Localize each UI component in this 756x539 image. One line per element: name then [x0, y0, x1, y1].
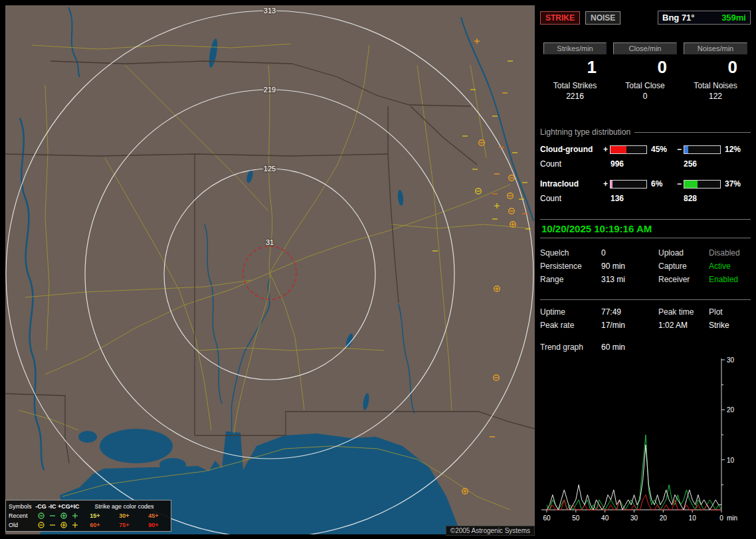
legend-recent-row: Recent 15+ 30+ 45+ — [9, 511, 168, 520]
y-tick-label: 30 — [727, 356, 735, 364]
squelch-label: Squelch — [540, 248, 601, 258]
cg-negative-bar — [684, 145, 721, 154]
count-label: Count — [540, 159, 601, 169]
ic-negative-count: 828 — [674, 194, 751, 203]
peak-rate-label: Peak rate — [540, 321, 601, 330]
legend-recent-label: Recent — [9, 512, 35, 519]
trend-graph: 3020106050403020100min — [540, 356, 751, 523]
bearing-range-value: 359mi — [721, 13, 746, 23]
info-section: Uptime 77:49 Peak time Plot Peak rate 17… — [540, 305, 751, 332]
intracloud-row: Intracloud + 6% − 37% — [540, 177, 751, 191]
capture-label: Capture — [658, 262, 709, 271]
trend-series-noises — [547, 435, 721, 510]
legend-old-ages: 60+ 75+ 90+ — [80, 522, 168, 528]
plus-icon — [69, 521, 80, 529]
plot-value: Strike — [709, 321, 751, 330]
map-legend: Symbols -CG -IC +CG +IC Strike age color… — [5, 500, 171, 532]
minus-icon — [47, 512, 58, 520]
cg-count-row: Count 996 256 — [540, 157, 751, 171]
persistence-label: Persistence — [540, 262, 601, 271]
cg-positive-bar — [610, 145, 647, 154]
minus-sign: − — [675, 179, 684, 189]
legend-col-neg-ic: -IC — [47, 503, 58, 510]
lake-pontchartrain — [100, 429, 173, 463]
total-close-value: 0 — [610, 92, 680, 101]
uptime-label: Uptime — [540, 307, 601, 317]
age-code: 15+ — [90, 512, 100, 519]
uptime-value: 77:49 — [601, 307, 658, 317]
map-area: 313 219 125 31 Symbols -CG -IC +CG +IC S… — [5, 5, 535, 534]
minus-icon — [47, 521, 58, 529]
noises-per-min-value: 0 — [680, 57, 751, 77]
bearing-box: Bng 71° 359mi — [658, 11, 751, 25]
cg-positive-pct: 45% — [648, 145, 675, 154]
divider — [540, 299, 751, 300]
ic-count-row: Count 136 828 — [540, 191, 751, 206]
age-code: 90+ — [148, 522, 158, 528]
x-tick-label: 10 — [689, 514, 697, 522]
y-tick-label: 20 — [727, 406, 735, 414]
receiver-status: Enabled — [709, 275, 751, 284]
legend-col-pos-ic: +IC — [69, 503, 80, 510]
cg-negative-count: 256 — [674, 159, 751, 169]
range-value: 313 mi — [601, 275, 658, 284]
trend-graph-label: Trend graph — [540, 343, 601, 352]
age-code: 60+ — [90, 522, 100, 528]
strikes-per-min-value: 1 — [540, 57, 610, 77]
x-tick-label: 40 — [601, 514, 609, 522]
status-panel: STRIKE NOISE Bng 71° 359mi Strikes/min C… — [540, 5, 751, 523]
ic-positive-bar — [610, 180, 647, 189]
datetime-display: 10/20/2025 10:19:16 AM — [540, 220, 751, 238]
noises-per-min-button[interactable]: Noises/min — [684, 42, 747, 54]
strikes-per-min-button[interactable]: Strikes/min — [543, 42, 607, 54]
squelch-value: 0 — [601, 248, 658, 258]
minus-sign: − — [675, 145, 684, 154]
settings-row: Persistence 90 min Capture Active — [540, 260, 751, 273]
upload-label: Upload — [658, 248, 709, 258]
total-close-label: Total Close — [610, 81, 680, 90]
intracloud-label: Intracloud — [540, 179, 601, 189]
legend-old-row: Old 60+ 75+ 90+ — [9, 520, 168, 530]
cloud-ground-row: Cloud-ground + 45% − 12% — [540, 142, 751, 157]
strike-button[interactable]: STRIKE — [540, 11, 580, 25]
lightning-map[interactable]: 313 219 125 31 — [5, 5, 535, 534]
plus-sign: + — [601, 179, 610, 189]
circle-minus-icon — [35, 512, 47, 520]
trend-window-value: 60 min — [601, 343, 751, 352]
plus-icon — [69, 512, 80, 520]
toolbar: STRIKE NOISE Bng 71° 359mi — [540, 11, 751, 25]
total-strikes-label: Total Strikes — [540, 81, 610, 90]
x-tick-label: 20 — [660, 514, 668, 522]
x-axis-unit: min — [727, 514, 737, 522]
x-tick-label: 30 — [630, 514, 638, 522]
divider — [540, 238, 751, 238]
peak-rate-value: 17/min — [601, 321, 658, 330]
settings-row: Range 313 mi Receiver Enabled — [540, 273, 751, 286]
ic-positive-count: 136 — [601, 194, 674, 203]
bearing-value: Bng 71° — [662, 13, 695, 23]
age-code: 45+ — [148, 512, 158, 519]
close-per-min-button[interactable]: Close/min — [613, 42, 677, 54]
circle-plus-icon — [58, 521, 69, 529]
trend-plot: 3020106050403020100min — [541, 356, 737, 522]
legend-header-row: Symbols -CG -IC +CG +IC Strike age color… — [9, 502, 168, 511]
peak-time-value: 1:02 AM — [658, 321, 709, 330]
trend-header: Trend graph 60 min — [540, 343, 751, 352]
rate-counters: Strikes/min Close/min Noises/min 1 0 0 T… — [540, 42, 751, 101]
distribution-section-header: Lightning type distribution — [540, 127, 751, 137]
plus-sign: + — [601, 145, 610, 154]
ic-positive-pct: 6% — [648, 179, 675, 189]
cg-negative-pct: 12% — [722, 145, 745, 154]
legend-symbols-label: Symbols — [9, 503, 35, 510]
circle-minus-icon — [35, 521, 47, 529]
x-tick-label: 0 — [719, 514, 723, 522]
age-code: 75+ — [119, 522, 129, 528]
noise-button[interactable]: NOISE — [585, 11, 620, 25]
circle-plus-icon — [58, 512, 69, 520]
info-row: Peak rate 17/min 1:02 AM Strike — [540, 319, 751, 332]
persistence-value: 90 min — [601, 262, 658, 271]
legend-old-label: Old — [9, 522, 35, 528]
ic-negative-pct: 37% — [722, 179, 745, 189]
total-strikes-value: 2216 — [540, 92, 610, 101]
legend-age-title: Strike age color codes — [80, 503, 168, 510]
